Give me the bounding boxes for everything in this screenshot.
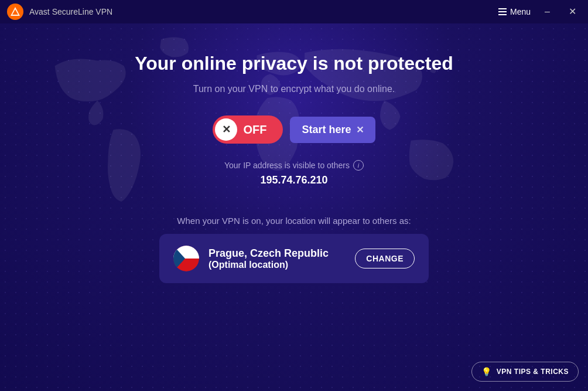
location-card: Prague, Czech Republic (Optimal location… (159, 234, 429, 283)
hamburger-icon (498, 8, 507, 15)
start-here-button[interactable]: Start here ✕ (290, 117, 375, 143)
location-section: When your VPN is on, your location will … (148, 216, 440, 283)
menu-label: Menu (510, 7, 531, 16)
titlebar: Avast SecureLine VPN Menu – ✕ (0, 0, 588, 23)
main-content: Your online privacy is not protected Tur… (0, 23, 588, 391)
minimize-button[interactable]: – (540, 5, 555, 19)
titlebar-left: Avast SecureLine VPN (7, 4, 112, 20)
headline: Your online privacy is not protected (135, 53, 453, 74)
location-label: When your VPN is on, your location will … (159, 216, 429, 226)
ip-label-text: Your IP address is visible to others (224, 161, 350, 170)
avast-logo (7, 4, 23, 20)
ip-address: 195.74.76.210 (224, 174, 364, 186)
vpn-toggle[interactable]: ✕ OFF (213, 115, 283, 144)
ip-label: Your IP address is visible to others i (224, 160, 364, 171)
info-icon[interactable]: i (353, 160, 364, 171)
czech-flag (173, 246, 199, 271)
menu-button[interactable]: Menu (498, 7, 531, 16)
location-text: Prague, Czech Republic (Optimal location… (208, 247, 346, 270)
ip-info: Your IP address is visible to others i 1… (224, 160, 364, 186)
app-title: Avast SecureLine VPN (29, 7, 112, 16)
tips-label: VPN TIPS & TRICKS (497, 368, 569, 376)
change-button[interactable]: CHANGE (355, 249, 415, 268)
vpn-tips-button[interactable]: 💡 VPN TIPS & TRICKS (471, 362, 579, 382)
location-name: Prague, Czech Republic (208, 247, 346, 260)
subtitle: Turn on your VPN to encrypt what you do … (193, 84, 395, 94)
toggle-x-icon: ✕ (215, 118, 237, 141)
lightbulb-icon: 💡 (481, 367, 492, 376)
location-optimal: (Optimal location) (208, 260, 346, 270)
toggle-row: ✕ OFF Start here ✕ (213, 115, 375, 144)
start-here-label: Start here (302, 124, 351, 136)
start-here-close-icon: ✕ (356, 124, 364, 135)
toggle-label: OFF (243, 123, 266, 137)
close-button[interactable]: ✕ (564, 5, 581, 19)
titlebar-right: Menu – ✕ (498, 5, 581, 19)
